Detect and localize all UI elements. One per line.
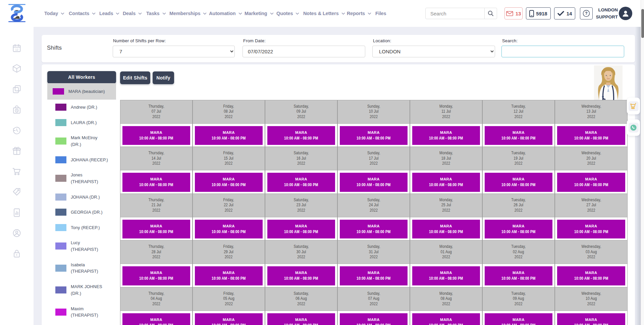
svg-text:?: ? <box>585 11 587 16</box>
svg-text:12: 12 <box>15 48 18 51</box>
